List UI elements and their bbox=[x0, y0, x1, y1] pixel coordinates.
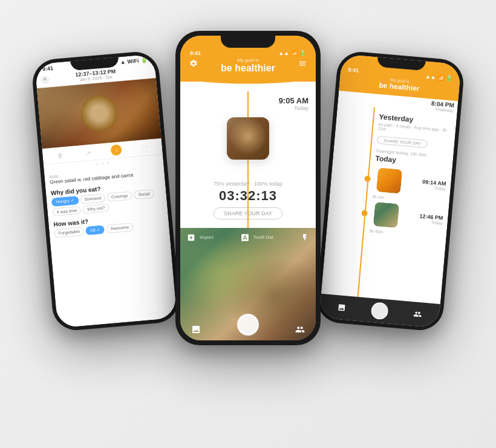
meal-time-label: 9:05 AM Today bbox=[279, 96, 308, 111]
camera-area: Import TouR Dat bbox=[180, 228, 316, 340]
goal-label: My goal is bbox=[221, 57, 275, 63]
close-button[interactable]: ✕ bbox=[41, 74, 50, 83]
right-social-icon[interactable] bbox=[411, 307, 425, 320]
tag-whynot[interactable]: Why not? bbox=[82, 203, 109, 213]
phone-center: 9:41 ▲▲ 📶 🔋 My goal is be bbox=[175, 31, 321, 345]
delete-icon[interactable]: 🗑 bbox=[54, 149, 67, 161]
meal-thumb-2 bbox=[373, 201, 399, 227]
more-icon[interactable]: ⬚ bbox=[139, 141, 151, 154]
meal-image-1 bbox=[376, 167, 402, 193]
status-time-center: 9:41 bbox=[190, 50, 201, 56]
meal-info-2: 12:46 PM Today bbox=[403, 211, 443, 225]
goal-title: be healthier bbox=[221, 63, 275, 74]
camera-overlay: Import TouR Dat bbox=[180, 228, 316, 247]
meal-time: 9:05 AM bbox=[279, 96, 308, 105]
timeline-dot-1 bbox=[364, 175, 371, 182]
right-gallery-icon[interactable] bbox=[335, 300, 348, 314]
wave-divider bbox=[180, 82, 316, 91]
phone-left: 9:41 ▲ WiFi 🔋 ✕ 12:37–13:12 PM Jan 9, 20… bbox=[31, 50, 181, 332]
right-share-button[interactable]: SHARE YOUR DAY bbox=[377, 135, 428, 148]
right-timeline: Yesterday on path · 4 meals · Avg time g… bbox=[321, 103, 457, 304]
camera-bottom-bar bbox=[180, 319, 316, 340]
social-icon[interactable] bbox=[294, 323, 306, 336]
font-icon[interactable] bbox=[239, 232, 251, 244]
import-label: Import bbox=[200, 235, 214, 240]
meal-image-2 bbox=[373, 201, 399, 227]
timeline-dot-2 bbox=[361, 210, 368, 216]
food-card-center[interactable] bbox=[227, 117, 269, 160]
food-image-left bbox=[37, 78, 162, 149]
meal-sub: Today bbox=[279, 105, 308, 111]
tourdat-label: TouR Dat bbox=[253, 235, 273, 240]
meal-info-1: 09:14 AM Today bbox=[406, 177, 446, 190]
app-scene: 9:41 ▲ WiFi 🔋 ✕ 12:37–13:12 PM Jan 9, 20… bbox=[24, 19, 472, 430]
salad-visual bbox=[37, 78, 162, 149]
right-shutter-button[interactable] bbox=[370, 302, 388, 320]
timeline-line bbox=[247, 91, 249, 228]
arrow-down-icon: ↓ bbox=[246, 166, 251, 178]
tag-cravings[interactable]: Cravings bbox=[106, 191, 132, 202]
settings-icon[interactable] bbox=[188, 57, 200, 70]
meal-thumb-1 bbox=[376, 167, 402, 193]
rating-ok[interactable]: Ok ✓ bbox=[85, 225, 105, 235]
status-time-right: 9:41 bbox=[348, 67, 359, 74]
tag-stressed[interactable]: Stressed bbox=[80, 193, 106, 204]
gallery-icon[interactable] bbox=[190, 323, 202, 336]
tag-time[interactable]: It was time bbox=[52, 206, 81, 216]
phone-right: 9:41 ▲▲ 📶 🔋 My goal is be healthier bbox=[315, 50, 465, 332]
timeline-area: 9:05 AM Today ↓ 75% yesterday · 100% tod… bbox=[180, 91, 316, 228]
status-time-left: 9:41 bbox=[42, 65, 54, 72]
share-icon[interactable]: ↗ bbox=[82, 146, 94, 158]
info-badge[interactable]: i bbox=[111, 144, 123, 156]
status-icons-left: ▲ WiFi 🔋 bbox=[120, 57, 148, 65]
header-icons-row: My goal is be healthier bbox=[188, 57, 308, 74]
tag-social[interactable]: Social bbox=[134, 189, 154, 200]
import-icon[interactable] bbox=[185, 232, 197, 244]
notch-center bbox=[221, 36, 275, 48]
food-card-image bbox=[227, 117, 269, 160]
flash-icon[interactable] bbox=[299, 232, 311, 244]
menu-icon[interactable] bbox=[296, 57, 308, 70]
